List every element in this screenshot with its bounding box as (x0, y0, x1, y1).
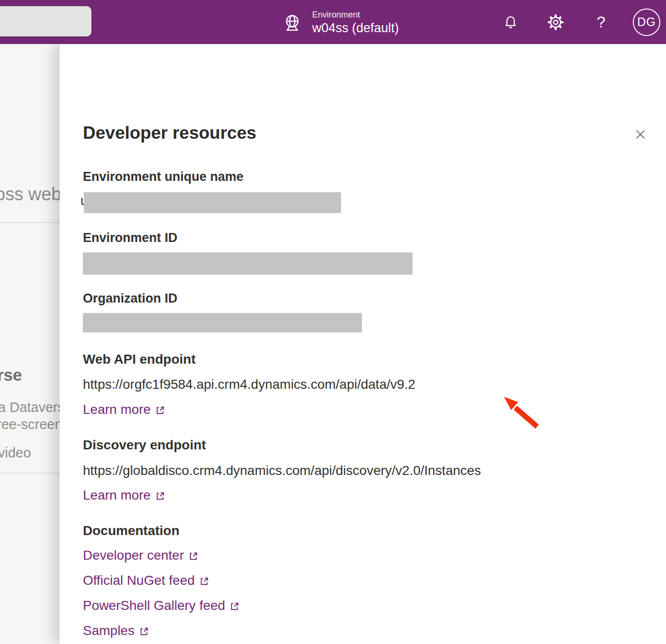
external-link-icon (139, 626, 150, 637)
question-mark-icon: ? (597, 13, 605, 31)
discovery-endpoint-url: https://globaldisco.crm4.dynamics.com/ap… (83, 463, 481, 478)
discovery-learn-more-link[interactable]: Learn more (83, 488, 166, 503)
discovery-endpoint-label: Discovery endpoint (83, 438, 206, 453)
developer-resources-dialog: Developer resources Environment unique n… (60, 44, 666, 644)
account-avatar-button[interactable]: DG (632, 0, 661, 44)
link-label: PowerShell Gallery feed (83, 598, 225, 613)
field-label-environment-id: Environment ID (83, 231, 178, 245)
link-label: Samples (83, 623, 135, 638)
help-button[interactable]: ? (590, 0, 612, 44)
learn-more-label: Learn more (83, 488, 151, 503)
background-divider (0, 473, 60, 474)
external-link-icon (229, 601, 240, 612)
external-link-icon (199, 576, 210, 587)
documentation-heading: Documentation (83, 523, 180, 538)
link-label: Official NuGet feed (83, 573, 195, 588)
background-partial-heading: rse (0, 366, 22, 385)
learn-more-label: Learn more (83, 402, 151, 417)
environment-globe-icon (283, 14, 302, 33)
background-page: oss web rse a Datavers ree-screen video … (0, 44, 60, 644)
external-link-icon (188, 551, 199, 562)
external-link-icon (155, 405, 166, 416)
environment-picker[interactable]: Environment w04ss (default) (283, 0, 399, 44)
samples-link[interactable]: Samples (83, 623, 150, 638)
field-label-environment-unique-name: Environment unique name (83, 170, 243, 184)
background-partial-text: oss web (0, 184, 60, 205)
settings-button[interactable] (544, 0, 567, 44)
field-label-organization-id: Organization ID (83, 291, 178, 306)
nuget-feed-link[interactable]: Official NuGet feed (83, 573, 210, 588)
gear-icon (547, 14, 564, 31)
powershell-gallery-feed-link[interactable]: PowerShell Gallery feed (83, 598, 240, 613)
redacted-value-bar (83, 252, 413, 275)
external-link-icon (155, 491, 166, 501)
notifications-button[interactable] (499, 0, 522, 44)
top-app-bar: Environment w04ss (default) ? (0, 0, 666, 44)
redacted-value-bar (84, 192, 341, 213)
bell-icon (503, 15, 518, 30)
close-icon (633, 127, 648, 142)
annotation-arrow (424, 337, 548, 436)
background-partial-text: a Datavers (0, 400, 60, 415)
background-partial-text: ree-screen (0, 417, 60, 432)
redacted-topbar-item (0, 6, 91, 36)
close-button[interactable] (630, 124, 651, 145)
link-label: Developer center (83, 548, 184, 563)
web-api-learn-more-link[interactable]: Learn more (83, 402, 166, 417)
environment-label: Environment (312, 9, 399, 20)
environment-name: w04ss (default) (312, 20, 399, 36)
web-api-endpoint-label: Web API endpoint (83, 352, 196, 367)
dialog-title: Developer resources (83, 123, 256, 143)
background-divider (0, 222, 60, 223)
avatar: DG (633, 9, 660, 36)
web-api-endpoint-url: https://orgfc1f9584.api.crm4.dynamics.co… (83, 377, 415, 392)
redacted-value-bar (83, 313, 362, 332)
background-partial-text: video (0, 445, 31, 461)
developer-center-link[interactable]: Developer center (83, 548, 199, 563)
